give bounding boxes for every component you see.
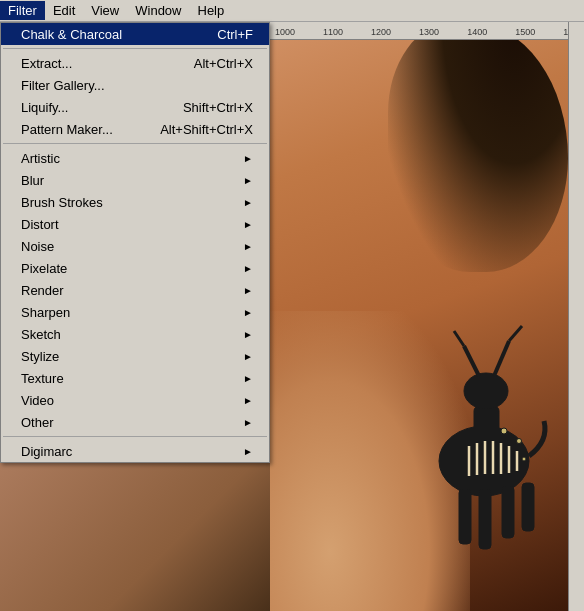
svg-rect-10 [522, 483, 534, 531]
menu-item-other-label: Other [21, 415, 233, 430]
menu-item-sketch[interactable]: Sketch ► [1, 323, 269, 345]
menubar-item-filter[interactable]: Filter [0, 1, 45, 20]
menubar-item-help[interactable]: Help [190, 1, 233, 20]
scrollbar-vertical[interactable] [568, 22, 584, 611]
svg-point-2 [464, 373, 508, 409]
separator-2 [3, 143, 267, 144]
filter-dropdown-menu: Chalk & Charcoal Ctrl+F Extract... Alt+C… [0, 22, 270, 463]
menu-item-sketch-label: Sketch [21, 327, 233, 342]
menu-item-distort-label: Distort [21, 217, 233, 232]
menu-item-pixelate[interactable]: Pixelate ► [1, 257, 269, 279]
submenu-arrow-render: ► [243, 285, 253, 296]
menubar-item-edit[interactable]: Edit [45, 1, 83, 20]
menu-item-filter-gallery[interactable]: Filter Gallery... [1, 74, 269, 96]
svg-line-6 [509, 326, 522, 341]
menubar-item-view[interactable]: View [83, 1, 127, 20]
svg-rect-7 [459, 489, 471, 544]
svg-rect-9 [502, 486, 514, 538]
menu-item-sharpen-label: Sharpen [21, 305, 233, 320]
svg-point-20 [522, 457, 526, 461]
menu-item-pattern-maker[interactable]: Pattern Maker... Alt+Shift+Ctrl+X [1, 118, 269, 140]
menu-item-sharpen[interactable]: Sharpen ► [1, 301, 269, 323]
menubar-item-window[interactable]: Window [127, 1, 189, 20]
ruler-horizontal: 1000 1100 1200 1300 1400 1500 1600 [270, 22, 584, 40]
svg-point-18 [501, 428, 507, 434]
ruler-tick-1000: 1000 [275, 27, 295, 39]
ruler-tick-1200: 1200 [371, 27, 391, 39]
submenu-arrow-texture: ► [243, 373, 253, 384]
submenu-arrow-noise: ► [243, 241, 253, 252]
submenu-arrow-digimarc: ► [243, 446, 253, 457]
menu-item-brush-strokes[interactable]: Brush Strokes ► [1, 191, 269, 213]
menu-item-blur[interactable]: Blur ► [1, 169, 269, 191]
menu-item-liquify[interactable]: Liquify... Shift+Ctrl+X [1, 96, 269, 118]
menu-item-digimarc[interactable]: Digimarc ► [1, 440, 269, 462]
menu-item-texture-label: Texture [21, 371, 233, 386]
menu-item-chalk-charcoal-label: Chalk & Charcoal [21, 27, 197, 42]
menu-item-digimarc-label: Digimarc [21, 444, 233, 459]
menu-item-render[interactable]: Render ► [1, 279, 269, 301]
menu-item-render-label: Render [21, 283, 233, 298]
submenu-arrow-stylize: ► [243, 351, 253, 362]
ruler-tick-1500: 1500 [515, 27, 535, 39]
submenu-arrow-artistic: ► [243, 153, 253, 164]
submenu-arrow-distort: ► [243, 219, 253, 230]
menu-item-stylize[interactable]: Stylize ► [1, 345, 269, 367]
menu-item-distort[interactable]: Distort ► [1, 213, 269, 235]
menu-item-pixelate-label: Pixelate [21, 261, 233, 276]
menu-item-artistic-label: Artistic [21, 151, 233, 166]
menu-item-filter-gallery-label: Filter Gallery... [21, 78, 233, 93]
separator-1 [3, 48, 267, 49]
tattoo-image [374, 301, 564, 581]
menu-item-pattern-maker-label: Pattern Maker... [21, 122, 140, 137]
submenu-arrow-video: ► [243, 395, 253, 406]
menu-item-video-label: Video [21, 393, 233, 408]
menu-item-video[interactable]: Video ► [1, 389, 269, 411]
menu-item-pattern-maker-shortcut: Alt+Shift+Ctrl+X [160, 122, 253, 137]
menu-item-chalk-charcoal-shortcut: Ctrl+F [217, 27, 253, 42]
submenu-arrow-other: ► [243, 417, 253, 428]
submenu-arrow-blur: ► [243, 175, 253, 186]
menubar: Filter Edit View Window Help [0, 0, 584, 22]
menu-item-liquify-shortcut: Shift+Ctrl+X [183, 100, 253, 115]
ruler-tick-1100: 1100 [323, 27, 343, 39]
menu-item-blur-label: Blur [21, 173, 233, 188]
menu-item-noise[interactable]: Noise ► [1, 235, 269, 257]
menu-item-texture[interactable]: Texture ► [1, 367, 269, 389]
menu-item-noise-label: Noise [21, 239, 233, 254]
submenu-arrow-pixelate: ► [243, 263, 253, 274]
submenu-arrow-sketch: ► [243, 329, 253, 340]
submenu-arrow-sharpen: ► [243, 307, 253, 318]
svg-point-19 [517, 439, 522, 444]
svg-line-5 [454, 331, 464, 346]
ruler-tick-1400: 1400 [467, 27, 487, 39]
menu-item-brush-strokes-label: Brush Strokes [21, 195, 233, 210]
svg-rect-8 [479, 489, 491, 549]
menu-item-chalk-charcoal[interactable]: Chalk & Charcoal Ctrl+F [1, 23, 269, 45]
ruler-tick-1300: 1300 [419, 27, 439, 39]
menu-item-other[interactable]: Other ► [1, 411, 269, 433]
submenu-arrow-brush-strokes: ► [243, 197, 253, 208]
menu-item-extract-shortcut: Alt+Ctrl+X [194, 56, 253, 71]
separator-3 [3, 436, 267, 437]
svg-line-4 [494, 341, 509, 376]
menu-item-liquify-label: Liquify... [21, 100, 163, 115]
menu-item-stylize-label: Stylize [21, 349, 233, 364]
menu-item-extract-label: Extract... [21, 56, 174, 71]
menu-item-artistic[interactable]: Artistic ► [1, 147, 269, 169]
svg-line-3 [464, 346, 479, 376]
menu-item-extract[interactable]: Extract... Alt+Ctrl+X [1, 52, 269, 74]
